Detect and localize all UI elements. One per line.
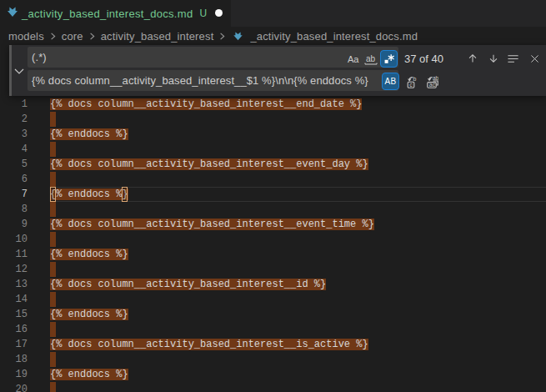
- svg-text:ab: ab: [433, 76, 438, 81]
- svg-text:ab: ab: [366, 53, 376, 63]
- svg-text:ac: ac: [429, 82, 436, 88]
- svg-text:c: c: [409, 82, 413, 88]
- svg-text:Aa: Aa: [348, 54, 359, 64]
- svg-text:b: b: [413, 76, 416, 82]
